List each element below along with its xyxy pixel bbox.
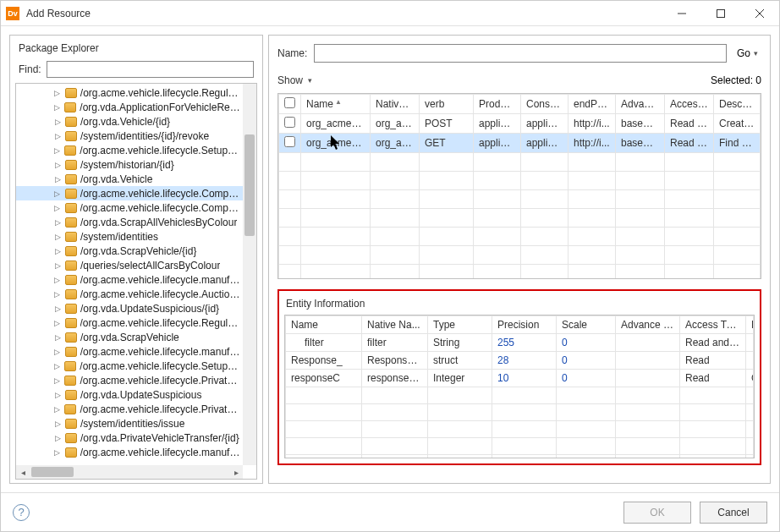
column-header[interactable]: Description [746, 316, 754, 334]
tree-horizontal-scrollbar[interactable]: ◂ ▸ [16, 465, 243, 479]
tree-item[interactable]: ▷/org.vda.ScrapVehicle [16, 330, 243, 344]
tree-caret-icon[interactable]: ▷ [53, 434, 62, 442]
tree-caret-icon[interactable]: ▷ [53, 161, 62, 169]
tree-item[interactable]: ▷/org.vda.UpdateSuspicious/{id} [16, 301, 243, 315]
tree-caret-icon[interactable]: ▷ [53, 247, 62, 255]
tree-item[interactable]: ▷/org.vda.UpdateSuspicious [16, 387, 243, 402]
ok-button[interactable]: OK [623, 502, 691, 524]
minimize-button[interactable] [662, 1, 701, 26]
tree-caret-icon[interactable]: ▷ [53, 89, 62, 97]
cancel-button[interactable]: Cancel [700, 502, 767, 524]
tree-item[interactable]: ▷/org.acme.vehicle.lifecycle.manufactu [16, 445, 243, 459]
help-icon[interactable]: ? [13, 504, 30, 521]
show-dropdown[interactable]: Show [277, 74, 312, 86]
tree-vertical-scrollbar[interactable] [243, 84, 256, 465]
column-header[interactable]: Descrip... [714, 95, 761, 114]
find-input[interactable] [47, 61, 254, 78]
tree-item[interactable]: ▷/org.acme.vehicle.lifecycle.SetupDemo [16, 143, 243, 157]
tree-item[interactable]: ▷/system/identities [16, 229, 243, 244]
tree-caret-icon[interactable]: ▷ [53, 276, 62, 284]
select-all-checkbox[interactable] [284, 97, 295, 108]
tree-item[interactable]: ▷/queries/selectAllCarsByColour [16, 258, 243, 272]
tree-caret-icon[interactable]: ▷ [53, 420, 62, 428]
row-checkbox[interactable] [284, 136, 295, 147]
tree-item[interactable]: ▷/org.vda.Vehicle [16, 172, 243, 186]
tree-item[interactable]: ▷/org.acme.vehicle.lifecycle.manufactu [16, 344, 243, 359]
find-label: Find: [19, 63, 41, 75]
column-header[interactable]: verb [420, 95, 474, 114]
tree-caret-icon[interactable]: ▷ [53, 348, 62, 356]
tree-caret-icon[interactable]: ▷ [53, 319, 62, 327]
tree-item[interactable]: ▷/org.acme.vehicle.lifecycle.manufactu [16, 272, 243, 287]
scrollbar-thumb[interactable] [244, 134, 255, 236]
entity-table[interactable]: NameNative Na...TypePrecisionScaleAdvanc… [284, 315, 755, 458]
table-row[interactable]: responseCresponseC...Integer100ReadCode … [286, 370, 754, 387]
table-row[interactable]: Response_Response_...struct280Read [286, 352, 754, 370]
tree-item[interactable]: ▷/system/identities/issue [16, 416, 243, 431]
tree-caret-icon[interactable]: ▷ [53, 132, 62, 140]
tree-caret-icon[interactable]: ▷ [53, 333, 62, 342]
tree-item[interactable]: ▷/org.acme.vehicle.lifecycle.Company [16, 186, 243, 200]
column-header[interactable]: Native ... [371, 95, 420, 114]
tree-caret-icon[interactable]: ▷ [53, 261, 62, 270]
tree-caret-icon[interactable]: ▷ [53, 376, 61, 385]
column-header[interactable] [279, 95, 301, 114]
column-header[interactable]: Advanc... [616, 95, 665, 114]
column-header[interactable]: Precision [492, 316, 557, 334]
column-header[interactable]: Consu... [521, 95, 569, 114]
tree-item[interactable]: ▷/org.vda.ScrapVehicle/{id} [16, 244, 243, 258]
tree-caret-icon[interactable]: ▷ [53, 448, 62, 457]
tree-item[interactable]: ▷/org.acme.vehicle.lifecycle.PrivateOwn [16, 402, 243, 416]
tree-caret-icon[interactable]: ▷ [53, 146, 61, 155]
tree-caret-icon[interactable]: ▷ [53, 204, 62, 212]
tree-item[interactable]: ▷/org.vda.ScrapAllVehiclesByColour [16, 215, 243, 229]
column-header[interactable]: Native Na... [362, 316, 428, 334]
table-row[interactable]: filterfilterString2550Read and ... [286, 334, 754, 352]
column-header[interactable]: Advance P... [616, 316, 680, 334]
resource-table[interactable]: Name▲Native ...verbProduc...Consu...endP… [277, 93, 761, 279]
tree-item[interactable]: ▷/org.acme.vehicle.lifecycle.AuctionHo [16, 287, 243, 301]
table-cell: Read [680, 370, 746, 387]
column-header[interactable]: Name [286, 316, 362, 334]
tree-item[interactable]: ▷/org.vda.PrivateVehicleTransfer/{id} [16, 431, 243, 445]
column-header[interactable]: Type [428, 316, 492, 334]
tree-caret-icon[interactable]: ▷ [53, 189, 62, 198]
tree-item[interactable]: ▷/org.acme.vehicle.lifecycle.SetupDemo [16, 359, 243, 373]
tree-caret-icon[interactable]: ▷ [53, 218, 62, 227]
tree-caret-icon[interactable]: ▷ [53, 362, 61, 370]
tree-item[interactable]: ▷/system/identities/{id}/revoke [16, 129, 243, 143]
tree-item[interactable]: ▷/org.acme.vehicle.lifecycle.Regulator/{ [16, 315, 243, 330]
scroll-right-arrow[interactable]: ▸ [229, 468, 243, 477]
tree-caret-icon[interactable]: ▷ [53, 391, 62, 399]
scroll-left-arrow[interactable]: ◂ [16, 468, 30, 477]
tree-caret-icon[interactable]: ▷ [53, 118, 62, 126]
tree-item[interactable]: ▷/org.acme.vehicle.lifecycle.PrivateOwn [16, 373, 243, 387]
tree-caret-icon[interactable]: ▷ [53, 405, 61, 414]
table-row[interactable]: org_acme_v...org_ac...POSTapplica...appl… [279, 114, 761, 134]
tree-item[interactable]: ▷/org.vda.Vehicle/{id} [16, 114, 243, 129]
name-input[interactable] [314, 44, 727, 63]
row-checkbox[interactable] [284, 117, 295, 128]
tree-item[interactable]: ▷/org.acme.vehicle.lifecycle.Company/{ [16, 200, 243, 215]
table-cell: 10 [492, 370, 557, 387]
package-tree[interactable]: ▷/org.acme.vehicle.lifecycle.Regulator▷/… [16, 84, 243, 465]
table-row[interactable]: org_acme_v...org_ac...GETapplica...appli… [279, 134, 761, 153]
column-header[interactable]: Produc... [474, 95, 521, 114]
column-header[interactable]: Access ... [665, 95, 714, 114]
scrollbar-thumb[interactable] [31, 467, 74, 477]
maximize-button[interactable] [701, 1, 740, 26]
tree-item[interactable]: ▷/system/historian/{id} [16, 157, 243, 172]
tree-caret-icon[interactable]: ▷ [53, 290, 62, 299]
close-button[interactable] [740, 1, 779, 26]
tree-caret-icon[interactable]: ▷ [53, 103, 61, 112]
tree-item[interactable]: ▷/org.vda.ApplicationForVehicleRegistra [16, 100, 243, 114]
tree-item[interactable]: ▷/org.acme.vehicle.lifecycle.Regulator [16, 85, 243, 100]
tree-caret-icon[interactable]: ▷ [53, 304, 62, 313]
column-header[interactable]: Name▲ [301, 95, 371, 114]
column-header[interactable]: Access Type [680, 316, 746, 334]
tree-caret-icon[interactable]: ▷ [53, 233, 62, 241]
column-header[interactable]: endPoi... [569, 95, 616, 114]
tree-caret-icon[interactable]: ▷ [53, 175, 62, 184]
column-header[interactable]: Scale [557, 316, 616, 334]
go-button[interactable]: Go [733, 46, 761, 61]
